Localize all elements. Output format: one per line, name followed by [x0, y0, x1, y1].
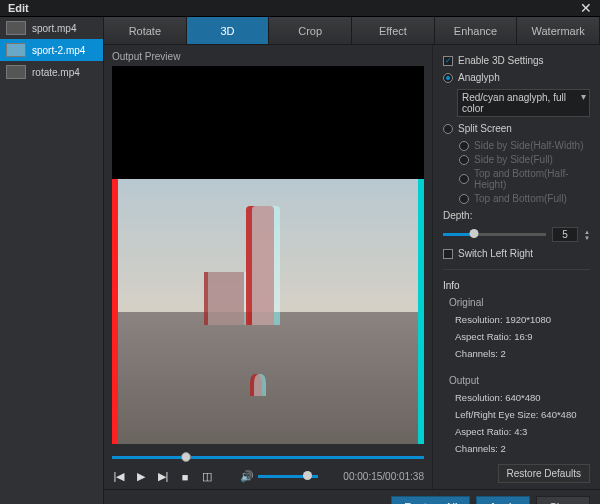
- file-item[interactable]: sport-2.mp4: [0, 39, 103, 61]
- split-opt-radio: [459, 155, 469, 165]
- file-name: sport.mp4: [32, 23, 76, 34]
- split-opt-label: Top and Bottom(Half-Height): [474, 168, 590, 190]
- settings-panel: Enable 3D Settings Anaglyph Red/cyan ana…: [432, 45, 600, 489]
- close-button[interactable]: Close: [536, 496, 590, 505]
- anaglyph-label: Anaglyph: [458, 72, 500, 83]
- seek-bar[interactable]: [112, 450, 424, 464]
- split-opt-label: Top and Bottom(Full): [474, 193, 567, 204]
- tab-crop[interactable]: Crop: [269, 17, 352, 44]
- split-opt-label: Side by Side(Half-Width): [474, 140, 583, 151]
- tab-rotate[interactable]: Rotate: [104, 17, 187, 44]
- split-opt-radio: [459, 141, 469, 151]
- info-original-res: Resolution: 1920*1080: [455, 314, 590, 325]
- tab-3d[interactable]: 3D: [187, 17, 270, 44]
- info-output-label: Output: [449, 375, 590, 386]
- info-original-aspect: Aspect Ratio: 16:9: [455, 331, 590, 342]
- anaglyph-radio[interactable]: [443, 73, 453, 83]
- splitscreen-label: Split Screen: [458, 123, 512, 134]
- file-name: sport-2.mp4: [32, 45, 85, 56]
- seek-thumb[interactable]: [181, 452, 191, 462]
- next-icon[interactable]: ▶|: [156, 470, 170, 483]
- file-item[interactable]: sport.mp4: [0, 17, 103, 39]
- info-original-label: Original: [449, 297, 590, 308]
- split-opt-radio: [459, 194, 469, 204]
- file-thumb-icon: [6, 21, 26, 35]
- apply-button[interactable]: Apply: [476, 496, 530, 505]
- splitscreen-radio[interactable]: [443, 124, 453, 134]
- info-original-channels: Channels: 2: [455, 348, 590, 359]
- switch-lr-label: Switch Left Right: [458, 248, 533, 259]
- tab-effect[interactable]: Effect: [352, 17, 435, 44]
- info-output-aspect: Aspect Ratio: 4:3: [455, 426, 590, 437]
- info-heading: Info: [443, 280, 590, 291]
- switch-lr-checkbox[interactable]: [443, 249, 453, 259]
- info-output-channels: Channels: 2: [455, 443, 590, 454]
- info-output-eye: Left/Right Eye Size: 640*480: [455, 409, 590, 420]
- tab-enhance[interactable]: Enhance: [435, 17, 518, 44]
- tab-watermark[interactable]: Watermark: [517, 17, 600, 44]
- file-thumb-icon: [6, 65, 26, 79]
- file-thumb-icon: [6, 43, 26, 57]
- tab-bar: Rotate 3D Crop Effect Enhance Watermark: [104, 17, 600, 45]
- window-title: Edit: [8, 2, 29, 14]
- file-item[interactable]: rotate.mp4: [0, 61, 103, 83]
- split-opt-radio: [459, 174, 469, 184]
- prev-icon[interactable]: |◀: [112, 470, 126, 483]
- info-output-res: Resolution: 640*480: [455, 392, 590, 403]
- preview-panel: Output Preview: [104, 45, 432, 489]
- preview-label: Output Preview: [112, 51, 424, 62]
- footer: Restore All Apply Close: [104, 489, 600, 504]
- file-sidebar: sport.mp4 sport-2.mp4 rotate.mp4: [0, 17, 104, 504]
- close-icon[interactable]: ✕: [580, 0, 592, 16]
- play-icon[interactable]: ▶: [134, 470, 148, 483]
- restore-all-button[interactable]: Restore All: [391, 496, 470, 505]
- time-display: 00:00:15/00:01:38: [343, 471, 424, 482]
- enable-3d-checkbox[interactable]: [443, 56, 453, 66]
- anaglyph-option: Red/cyan anaglyph, full color: [462, 92, 566, 114]
- anaglyph-select[interactable]: Red/cyan anaglyph, full color: [457, 89, 590, 117]
- volume-icon[interactable]: 🔊: [240, 470, 254, 483]
- video-preview[interactable]: [112, 66, 424, 444]
- file-name: rotate.mp4: [32, 67, 80, 78]
- split-opt-label: Side by Side(Full): [474, 154, 553, 165]
- depth-down-icon[interactable]: ▼: [584, 235, 590, 241]
- restore-defaults-button[interactable]: Restore Defaults: [498, 464, 590, 483]
- depth-slider[interactable]: [443, 233, 546, 236]
- depth-label: Depth:: [443, 210, 590, 221]
- depth-value[interactable]: 5: [552, 227, 578, 242]
- volume-slider[interactable]: [258, 475, 318, 478]
- snapshot-icon[interactable]: ◫: [200, 470, 214, 483]
- stop-icon[interactable]: ■: [178, 471, 192, 483]
- enable-3d-label: Enable 3D Settings: [458, 55, 544, 66]
- edit-window: Edit ✕ sport.mp4 sport-2.mp4 rotate.mp4 …: [0, 0, 600, 504]
- titlebar: Edit ✕: [0, 0, 600, 17]
